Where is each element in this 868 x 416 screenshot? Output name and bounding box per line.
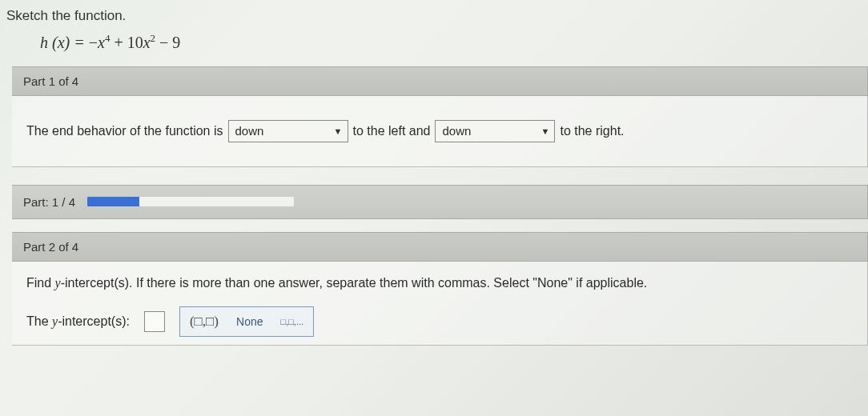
end-behavior-mid-text: to the left and xyxy=(353,124,431,138)
progress-bar xyxy=(86,196,295,207)
end-behavior-text-b: to the right. xyxy=(560,124,624,138)
end-behavior-text-a: The end behavior of the function is xyxy=(26,124,223,138)
y-intercept-label: The y-intercept(s): xyxy=(26,314,130,329)
y-intercept-input[interactable] xyxy=(144,311,165,332)
end-behavior-left-dropdown[interactable]: down ▼ xyxy=(228,120,348,142)
function-formula: h (x) = −x4 + 10x2 − 9 xyxy=(0,32,868,66)
list-button[interactable]: □,□,... xyxy=(281,317,304,326)
ordered-pair-button[interactable]: (□,□) xyxy=(190,314,219,330)
formula-lhs: h (x) = xyxy=(40,34,89,51)
chevron-down-icon: ▼ xyxy=(541,126,550,136)
answer-toolbox: (□,□) None □,□,... xyxy=(179,306,314,337)
question-prompt: Sketch the function. xyxy=(0,8,868,32)
dropdown-left-value: down xyxy=(235,124,264,138)
part-2-header: Part 2 of 4 xyxy=(12,232,868,262)
y-intercept-row: The y-intercept(s): (□,□) None □,□,... xyxy=(26,306,853,337)
end-behavior-right-dropdown[interactable]: down ▼ xyxy=(435,120,555,142)
dropdown-right-value: down xyxy=(442,124,471,138)
progress-row: Part: 1 / 4 xyxy=(12,185,868,219)
progress-fill xyxy=(87,197,139,206)
part-2-instruction: Find y-intercept(s). If there is more th… xyxy=(26,276,853,290)
none-button[interactable]: None xyxy=(236,315,263,328)
part-2-body: Find y-intercept(s). If there is more th… xyxy=(12,262,868,346)
chevron-down-icon: ▼ xyxy=(334,126,343,136)
part-1-header: Part 1 of 4 xyxy=(12,66,868,96)
part-1-body: The end behavior of the function is down… xyxy=(12,96,868,167)
progress-label: Part: 1 / 4 xyxy=(23,195,75,209)
